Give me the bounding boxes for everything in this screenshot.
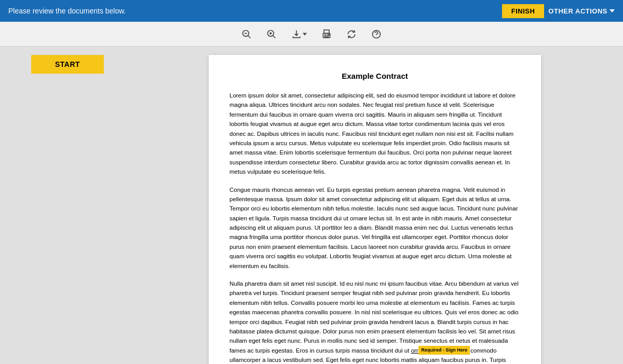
svg-point-13 [376, 36, 377, 36]
header-message: Please review the documents below. [8, 7, 126, 15]
svg-rect-8 [324, 30, 329, 33]
finish-button[interactable]: FINISH [502, 4, 545, 18]
download-icon [291, 29, 302, 39]
paragraph-3: Nulla pharetra diam sit amet nisl suscip… [229, 279, 520, 364]
svg-rect-10 [325, 35, 329, 36]
svg-line-6 [273, 35, 276, 38]
header-right: FINISH OTHER ACTIONS [502, 4, 615, 18]
paragraph-2: Congue mauris rhoncus aenean vel. Eu tur… [229, 185, 520, 271]
svg-line-2 [248, 35, 251, 38]
start-button[interactable]: START [31, 55, 104, 74]
zoom-in-button[interactable] [262, 27, 281, 41]
zoom-out-icon [241, 29, 252, 39]
zoom-out-button[interactable] [237, 27, 256, 41]
rotate-icon [346, 29, 357, 39]
chevron-down-icon [610, 9, 615, 12]
sidebar: START [0, 47, 135, 364]
other-actions-button[interactable]: OTHER ACTIONS [548, 7, 615, 15]
document-page: Example Contract Lorem ipsum dolor sit a… [209, 55, 541, 364]
document-container: Example Contract Lorem ipsum dolor sit a… [135, 47, 623, 364]
required-tooltip: Required - Sign Here [418, 346, 470, 354]
main-area: START Example Contract Lorem ipsum dolor… [0, 47, 623, 364]
help-button[interactable] [367, 27, 386, 41]
paragraph-1: Lorem ipsum dolor sit amet, consectetur … [229, 91, 520, 177]
rotate-button[interactable] [342, 27, 361, 41]
header: Please review the documents below. FINIS… [0, 0, 623, 22]
help-icon [371, 29, 382, 39]
print-icon [321, 29, 332, 39]
svg-marker-7 [303, 33, 307, 35]
print-button[interactable] [317, 27, 336, 41]
zoom-in-icon [266, 29, 277, 39]
svg-point-11 [329, 34, 330, 35]
download-button[interactable] [287, 27, 311, 41]
document-title: Example Contract [229, 72, 520, 80]
dropdown-arrow-icon [303, 32, 307, 36]
toolbar [0, 22, 623, 47]
